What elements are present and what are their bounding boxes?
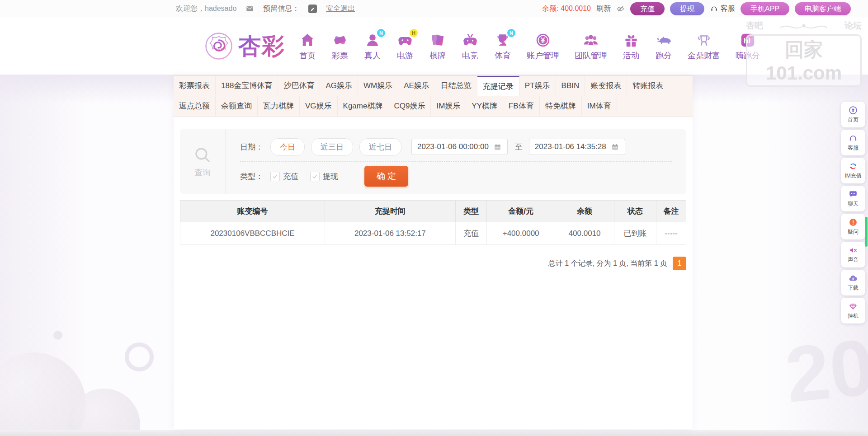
nav-item-live[interactable]: N 真人 [364,32,381,61]
tab-item[interactable]: IM娱乐 [431,96,466,116]
sidebar-item-service[interactable]: 客服 [841,130,865,155]
balance-value: 400.0010 [561,5,591,12]
envelope-icon[interactable] [245,5,254,13]
nav-item-account[interactable]: ¥ 账户管理 [527,32,559,61]
sidebar-item-download[interactable]: 下载 [841,270,865,295]
tab-item[interactable]: VG娱乐 [300,96,338,116]
nav-item-esports[interactable]: 电竞 [462,32,479,61]
sidebar-item-im-recharge[interactable]: IM充值 [841,158,865,183]
nav-item-lottery[interactable]: 彩票 [331,32,349,61]
tab-item[interactable]: AE娱乐 [398,76,435,96]
quick-7days-button[interactable]: 近七日 [359,138,401,156]
nav-item-team[interactable]: 团队管理 [575,32,607,61]
deposit-button[interactable]: 充值 [630,2,665,15]
nav-item-sports[interactable]: N 体育 [494,32,511,61]
scrollbar-thumb[interactable] [865,217,868,247]
col-header-amount: 金额/元 [487,201,555,222]
ding-vessel-icon [695,32,712,49]
sidebar-item-sound[interactable]: 声音 [841,242,865,267]
edit-pencil-icon[interactable] [308,5,317,13]
sidebar-item-question[interactable]: 疑问 [841,214,865,239]
report-tabs-row2: 返点总额 余额查询 瓦力棋牌 VG娱乐 Kgame棋牌 CQ9娱乐 IM娱乐 Y… [174,96,693,117]
tab-item[interactable]: IM体育 [582,96,617,116]
pagination: 总计 1 个记录, 分为 1 页, 当前第 1 页 1 [180,257,686,270]
cloud-download-icon [848,273,858,283]
bottom-edge [0,430,868,436]
sidebar-item-home[interactable]: 首页 [841,102,865,127]
date-filter-row: 日期： 今日 近三日 近七日 2023-01-06 00:00:00 至 [240,135,672,159]
nav-item-home[interactable]: 首页 [299,32,316,61]
tab-item[interactable]: BBIN [556,76,585,96]
tab-item[interactable]: 沙巴体育 [278,76,320,96]
rhino-icon [655,32,672,49]
nav-item-jinding[interactable]: 金鼎财富 [688,32,720,61]
nav-item-activity[interactable]: 活动 [623,32,640,61]
tab-item[interactable]: 瓦力棋牌 [258,96,300,116]
main-nav-list: 首页 彩票 N 真人 [299,32,760,61]
background-balloon [0,352,86,436]
tab-item[interactable]: PT娱乐 [519,76,556,96]
cards-icon [429,32,446,49]
gift-icon [623,32,640,49]
checkbox-icon [270,172,280,181]
query-filter: 查询 日期： 今日 近三日 近七日 2023-01-06 00:00:00 [180,129,686,194]
page: 20 欢迎您，hadesado 预留信息： 安全退出 余额: 400.0010 [0,0,868,436]
svg-text:¥: ¥ [541,37,545,44]
nav-item-paofen[interactable]: 跑分 [655,32,672,61]
nav-item-egame[interactable]: H 电游 [396,32,414,61]
main-navbar: 杏彩 首页 彩票 [0,18,868,75]
date-to-input[interactable]: 2023-01-06 14:35:28 [529,139,625,155]
headset-icon [848,133,858,143]
search-label: 查询 [194,167,211,178]
quick-3days-button[interactable]: 近三日 [311,138,353,156]
withdraw-button[interactable]: 提现 [670,2,704,15]
tab-item[interactable]: FB体育 [503,96,540,116]
tab-item[interactable]: AG娱乐 [320,76,358,96]
mobile-app-button[interactable]: 手机APP [741,2,789,15]
tab-item[interactable]: 188金宝博体育 [216,76,278,96]
cell-amount: +400.0000 [487,222,555,245]
team-people-icon [582,32,599,49]
tab-item[interactable]: 彩票报表 [174,76,216,96]
nav-item-hi-paofen[interactable]: hi 嗨跑分 [736,32,760,61]
tab-item[interactable]: WM娱乐 [358,76,398,96]
confirm-button[interactable]: 确 定 [364,166,408,187]
tab-item[interactable]: YY棋牌 [466,96,503,116]
tab-item[interactable]: 余额查询 [216,96,258,116]
home-icon [299,32,316,49]
tab-item[interactable]: CQ9娱乐 [388,96,431,116]
to-label: 至 [515,142,523,152]
refresh-link[interactable]: 刷新 [596,4,611,14]
col-header-balance: 余额 [555,201,614,222]
headset-icon [710,5,718,13]
quick-today-button[interactable]: 今日 [270,138,305,156]
eye-off-icon[interactable] [616,5,625,13]
background-balloon [68,389,140,436]
tab-item[interactable]: Kgame棋牌 [338,96,389,116]
tab-item[interactable]: 返点总额 [174,96,216,116]
logout-link[interactable]: 安全退出 [326,4,355,14]
brand-name: 杏彩 [238,31,285,61]
tab-item[interactable]: 日结总览 [435,76,477,96]
cell-balance: 400.0010 [555,222,614,245]
nav-item-chess[interactable]: 棋牌 [429,32,446,61]
customer-service-link[interactable]: 客服 [710,4,735,14]
tab-item[interactable]: 账变报表 [585,76,627,96]
sidebar-item-chat[interactable]: 聊天 [841,186,865,211]
records-table: 账变编号 充提时间 类型 金额/元 余额 状态 备注 20230106VBBCC… [180,200,686,245]
tab-item[interactable]: 转账报表 [627,76,669,96]
sidebar-item-hangup[interactable]: 挂机 [841,298,865,323]
page-1-button[interactable]: 1 [673,257,686,270]
pc-client-button[interactable]: 电脑客户端 [795,2,851,15]
background-numeral: 20 [781,321,868,420]
tab-item-active[interactable]: 充提记录 [477,76,519,96]
date-from-input[interactable]: 2023-01-06 00:00:00 [411,139,508,155]
deposit-checkbox[interactable]: 充值 [270,171,298,182]
brand-logo[interactable]: 杏彩 [203,30,285,62]
background-dot [53,331,62,340]
calendar-icon [493,143,502,151]
withdraw-checkbox[interactable]: 提现 [310,171,338,182]
tab-item[interactable]: 特免棋牌 [540,96,582,116]
cell-remark: ----- [656,222,686,245]
service-label: 客服 [721,4,735,14]
